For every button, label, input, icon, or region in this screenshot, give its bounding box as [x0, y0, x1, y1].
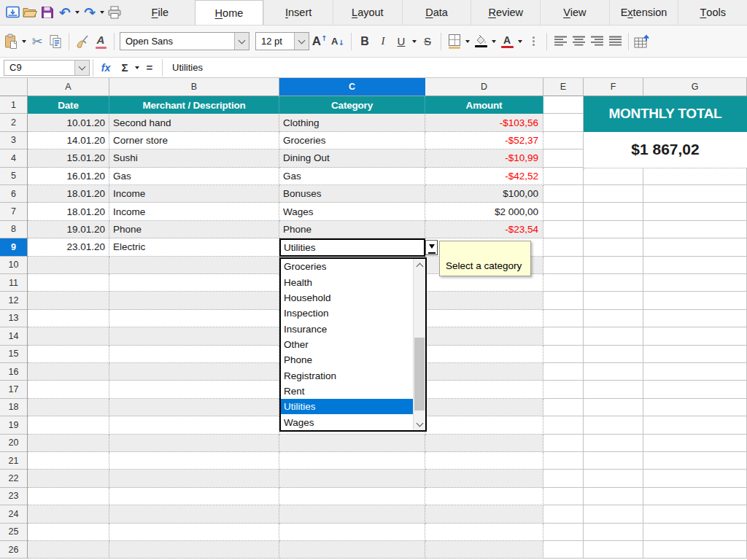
cut-icon[interactable]: ✂ — [29, 31, 45, 52]
cell-F13[interactable] — [584, 310, 643, 327]
row-header-9[interactable]: 9 — [0, 238, 28, 256]
cell-F9[interactable] — [584, 238, 643, 256]
cell-A2[interactable]: 10.01.20 — [28, 114, 109, 131]
cell-F26[interactable] — [584, 541, 643, 559]
cell-E10[interactable] — [543, 257, 584, 274]
cell-A25[interactable] — [28, 524, 109, 541]
cell-D16[interactable] — [425, 363, 543, 381]
cell-F21[interactable] — [584, 452, 643, 470]
cell-E13[interactable] — [543, 310, 584, 327]
cell-B22[interactable] — [109, 470, 279, 487]
cell-D1[interactable]: Amount — [425, 96, 543, 114]
cell-C26[interactable] — [279, 541, 425, 559]
cell-D23[interactable] — [425, 488, 543, 505]
cell-B5[interactable]: Gas — [109, 168, 279, 185]
cell-F14[interactable] — [584, 327, 643, 345]
font-size-combo[interactable]: 12 pt — [255, 32, 309, 50]
cell-B4[interactable]: Sushi — [109, 149, 279, 167]
cell-D17[interactable] — [425, 381, 543, 398]
cell-C22[interactable] — [279, 470, 425, 487]
cell-B11[interactable] — [109, 274, 279, 292]
increase-font-icon[interactable]: A↑ — [311, 31, 328, 52]
cell-B18[interactable] — [109, 399, 279, 416]
column-header-G[interactable]: G — [643, 78, 747, 96]
cell-B23[interactable] — [109, 488, 279, 505]
more-options-icon[interactable] — [525, 31, 541, 52]
column-header-E[interactable]: E — [543, 78, 584, 96]
tab-tools[interactable]: Tools — [678, 0, 747, 25]
cell-B20[interactable] — [109, 435, 279, 452]
cell-B13[interactable] — [109, 310, 279, 327]
format-painter-icon[interactable] — [74, 31, 90, 52]
dropdown-scrollbar[interactable] — [413, 259, 425, 430]
cell-D14[interactable] — [425, 327, 543, 345]
cell-F19[interactable] — [584, 416, 643, 434]
row-header-13[interactable]: 13 — [0, 310, 28, 327]
cell-E3[interactable] — [543, 132, 584, 149]
cell-E8[interactable] — [543, 221, 584, 238]
scroll-up-icon[interactable] — [414, 259, 425, 271]
column-header-F[interactable]: F — [584, 78, 643, 96]
cell-F18[interactable] — [584, 399, 643, 416]
column-header-A[interactable]: A — [28, 78, 109, 96]
cell-B1[interactable]: Merchant / Description — [109, 96, 279, 114]
redo-icon[interactable]: ↷ — [82, 3, 98, 22]
cell-D15[interactable] — [425, 346, 543, 363]
row-header-21[interactable]: 21 — [0, 452, 28, 470]
select-all-corner[interactable] — [0, 78, 28, 96]
cell-E18[interactable] — [543, 399, 584, 416]
cell-D13[interactable] — [425, 310, 543, 327]
row-header-17[interactable]: 17 — [0, 381, 28, 398]
cell-A12[interactable] — [28, 292, 109, 309]
cell-A24[interactable] — [28, 505, 109, 523]
clear-format-icon[interactable]: A — [93, 31, 109, 52]
dropdown-item-other[interactable]: Other — [281, 337, 413, 352]
cell-D26[interactable] — [425, 541, 543, 559]
cell-A6[interactable]: 18.01.20 — [28, 185, 109, 203]
cell-G15[interactable] — [643, 346, 747, 363]
font-color-menu-caret[interactable] — [518, 40, 522, 45]
cell-D18[interactable] — [425, 399, 543, 416]
cell-E25[interactable] — [543, 524, 584, 541]
cell-D20[interactable] — [425, 435, 543, 452]
cell-E17[interactable] — [543, 381, 584, 398]
cell-F8[interactable] — [584, 221, 643, 238]
dropdown-item-insurance[interactable]: Insurance — [281, 321, 413, 336]
cell-A17[interactable] — [28, 381, 109, 398]
cell-B12[interactable] — [109, 292, 279, 309]
cell-B6[interactable]: Income — [109, 185, 279, 203]
redo-menu-caret[interactable] — [100, 11, 104, 16]
dropdown-item-utilities[interactable]: Utilities — [281, 399, 413, 414]
underline-button[interactable]: U — [393, 31, 409, 52]
cell-G16[interactable] — [643, 363, 747, 381]
row-header-24[interactable]: 24 — [0, 505, 28, 523]
tab-data[interactable]: Data — [402, 0, 471, 25]
cell-G21[interactable] — [643, 452, 747, 470]
tab-file[interactable]: File — [125, 0, 195, 25]
cell-F12[interactable] — [584, 292, 643, 309]
cell-D2[interactable]: -$103,56 — [425, 114, 543, 131]
cell-C21[interactable] — [279, 452, 425, 470]
cell-C1[interactable]: Category — [279, 96, 425, 114]
cell-G18[interactable] — [643, 399, 747, 416]
paste-icon[interactable] — [3, 31, 19, 52]
tab-extension[interactable]: Extension — [609, 0, 678, 25]
cell-B19[interactable] — [109, 416, 279, 434]
fill-color-icon[interactable] — [473, 31, 489, 52]
dropdown-item-groceries[interactable]: Groceries — [281, 259, 413, 274]
cell-G17[interactable] — [643, 381, 747, 398]
cell-B10[interactable] — [109, 257, 279, 274]
cell-E16[interactable] — [543, 363, 584, 381]
row-header-10[interactable]: 10 — [0, 257, 28, 274]
borders-icon[interactable] — [446, 31, 462, 52]
cell-A20[interactable] — [28, 435, 109, 452]
cell-E19[interactable] — [543, 416, 584, 434]
cell-E6[interactable] — [543, 185, 584, 203]
cell-C23[interactable] — [279, 488, 425, 505]
cell-B17[interactable] — [109, 381, 279, 398]
cell-B24[interactable] — [109, 505, 279, 523]
tab-insert[interactable]: Insert — [263, 0, 333, 25]
cell-G25[interactable] — [643, 524, 747, 541]
row-header-25[interactable]: 25 — [0, 524, 28, 541]
dropdown-item-wages[interactable]: Wages — [281, 414, 413, 429]
